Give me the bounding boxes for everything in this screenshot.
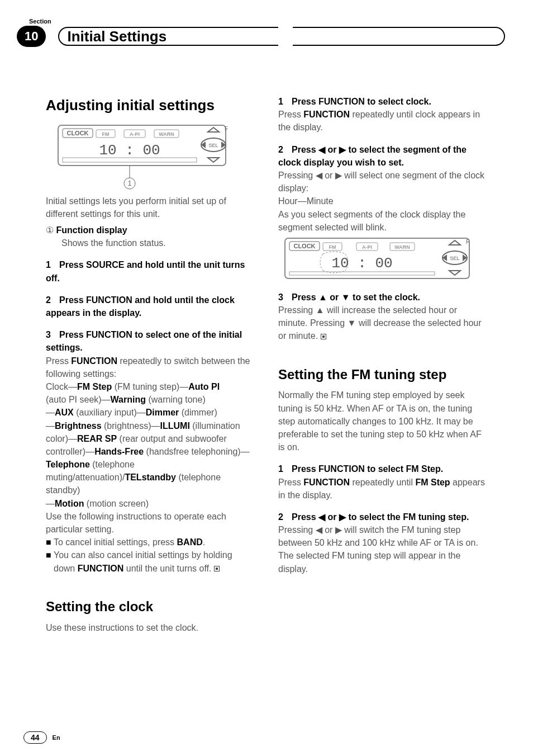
svg-text:SEL: SEL xyxy=(208,143,218,148)
settings-chain: Clock—FM Step (FM tuning step)—Auto PI (… xyxy=(46,380,256,510)
fm-step-1-body: Press FUNCTION repeatedly until FM Step … xyxy=(278,476,488,502)
svg-text:A-PI: A-PI xyxy=(130,131,140,137)
page-title: Initial Settings xyxy=(67,28,166,45)
svg-text:SEL: SEL xyxy=(450,256,459,261)
hour-minute: Hour—Minute xyxy=(278,195,488,207)
function-display-label: ① Function display xyxy=(46,224,256,237)
heading-setting-clock: Setting the clock xyxy=(46,597,256,617)
bullet-icon: ■ xyxy=(46,549,54,561)
right-step-1-head: 1Press FUNCTION to select clock. xyxy=(278,95,488,108)
right-step-2-tail: As you select segments of the clock disp… xyxy=(278,208,488,234)
heading-adjusting: Adjusting initial settings xyxy=(46,95,256,116)
svg-text:FM: FM xyxy=(329,244,336,250)
language-label: En xyxy=(53,734,60,741)
bullet-cancel-function: ■ You can also cancel initial settings b… xyxy=(46,549,256,574)
page-footer: 44 En xyxy=(23,731,60,744)
bullet-icon: ■ xyxy=(46,536,54,549)
intro-text: Initial settings lets you perform initia… xyxy=(46,195,256,220)
svg-text:1: 1 xyxy=(128,179,132,187)
right-step-1-body: Press FUNCTION repeatedly until clock ap… xyxy=(278,108,488,134)
svg-text:WARN: WARN xyxy=(394,244,410,250)
svg-text:CLOCK: CLOCK xyxy=(66,130,88,136)
fm-step-1-head: 1Press FUNCTION to select FM Step. xyxy=(278,462,488,475)
page-number: 44 xyxy=(23,731,47,744)
header-container-right xyxy=(293,27,505,46)
right-step-3-head: 3Press ▲ or ▼ to set the clock. xyxy=(278,291,488,304)
display-illustration-2: CLOCK FM A-PI WARN 10 : 00 SEL F xyxy=(284,237,474,282)
end-mark-icon xyxy=(214,566,220,571)
left-column: Adjusting initial settings CLOCK FM A-PI… xyxy=(46,95,256,634)
svg-text:10 : 00: 10 : 00 xyxy=(331,255,392,272)
section-number-badge: 10 xyxy=(17,26,46,47)
left-step-2: 2Press FUNCTION and hold until the clock… xyxy=(46,294,256,319)
end-mark-icon xyxy=(321,334,326,339)
svg-marker-33 xyxy=(449,271,460,275)
svg-text:FM: FM xyxy=(102,131,110,137)
svg-marker-11 xyxy=(208,127,219,132)
page-header: 10 Initial Settings xyxy=(17,26,505,47)
fm-step-2-head: 2Press ◀ or ▶ to select the FM tuning st… xyxy=(278,511,488,523)
fm-intro: Normally the FM tuning step employed by … xyxy=(278,389,488,453)
svg-marker-12 xyxy=(208,158,219,162)
right-column: 1Press FUNCTION to select clock. Press F… xyxy=(278,95,488,634)
right-step-3-body: Pressing ▲ will increase the selected ho… xyxy=(278,304,488,343)
svg-text:CLOCK: CLOCK xyxy=(293,243,315,249)
right-step-2-head: 2Press ◀ or ▶ to select the segment of t… xyxy=(278,143,488,169)
svg-text:10 : 00: 10 : 00 xyxy=(99,142,160,159)
circled-one: ① xyxy=(46,225,54,235)
display-illustration-1: CLOCK FM A-PI WARN 10 : 00 SEL F 1 xyxy=(57,124,230,191)
svg-text:A-PI: A-PI xyxy=(362,244,372,250)
svg-text:F: F xyxy=(225,126,228,132)
left-step-3-head: 3Press FUNCTION to select one of the ini… xyxy=(46,328,256,354)
header-container-left: Initial Settings xyxy=(58,27,278,46)
svg-text:F: F xyxy=(466,239,469,245)
function-display-desc: Shows the function status. xyxy=(46,237,256,249)
svg-rect-31 xyxy=(289,272,435,275)
right-step-2-body: Pressing ◀ or ▶ will select one segment … xyxy=(278,169,488,195)
setting-clock-desc: Use these instructions to set the clock. xyxy=(46,621,256,634)
left-step-1: 1Press SOURCE and hold until the unit tu… xyxy=(46,258,256,284)
use-instructions: Use the following instructions to operat… xyxy=(46,510,256,536)
fm-step-2-body: Pressing ◀ or ▶ will switch the FM tunin… xyxy=(278,523,488,575)
function-display-title: Function display xyxy=(56,225,127,235)
svg-text:WARN: WARN xyxy=(159,131,174,137)
left-step-3-lead: Press FUNCTION repeatedly to switch betw… xyxy=(46,355,256,380)
heading-fm-step: Setting the FM tuning step xyxy=(278,365,488,385)
bullet-cancel-band: ■ To cancel initial settings, press BAND… xyxy=(46,536,256,549)
svg-marker-32 xyxy=(449,240,460,245)
section-label: Section xyxy=(29,18,51,25)
